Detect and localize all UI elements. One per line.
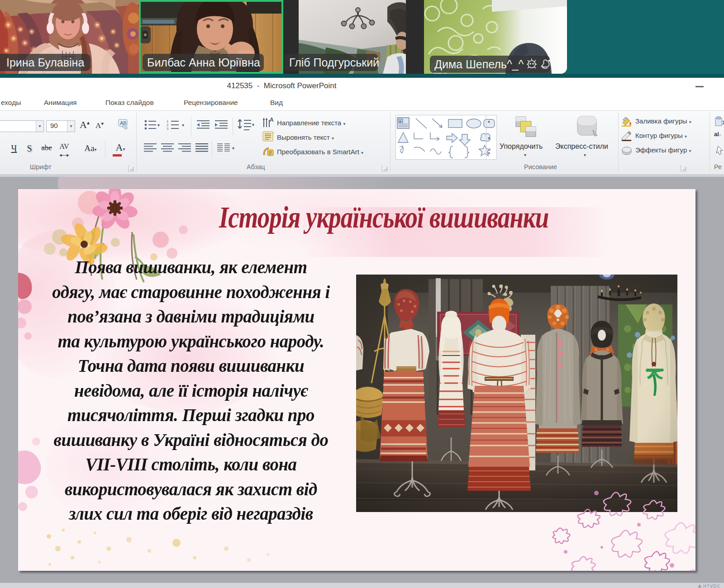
- svg-text:A: A: [399, 119, 402, 123]
- svg-text:▾: ▾: [232, 146, 234, 151]
- svg-text:3: 3: [167, 127, 169, 131]
- svg-text:▾: ▾: [252, 122, 254, 127]
- svg-text:▾: ▾: [157, 123, 160, 128]
- svg-text:▾: ▾: [182, 123, 184, 128]
- svg-text:АВ: АВ: [120, 120, 127, 126]
- svg-text:A: A: [270, 117, 274, 123]
